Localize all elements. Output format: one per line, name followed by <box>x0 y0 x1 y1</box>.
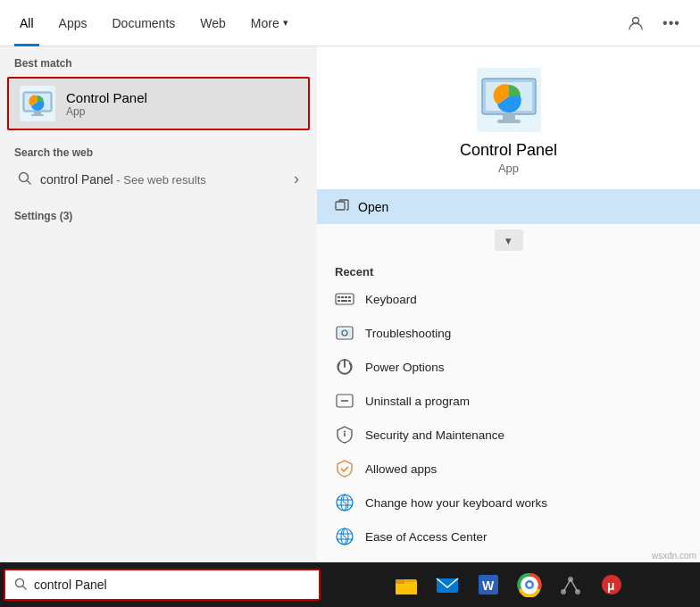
chevron-down-icon: ▾ <box>283 17 288 29</box>
open-icon <box>335 198 349 215</box>
recent-item-shield[interactable]: Allowed apps <box>317 452 700 486</box>
tab-bar: All Apps Documents Web More ▾ ••• <box>0 0 700 46</box>
svg-rect-6 <box>31 114 44 116</box>
taskbar-file-explorer[interactable] <box>388 566 425 603</box>
taskbar-chrome[interactable] <box>511 566 548 603</box>
recent-item-label: Allowed apps <box>365 462 437 476</box>
recent-section: Recent Keyboard Troubleshooting Power Op… <box>317 256 700 571</box>
open-label: Open <box>358 200 388 214</box>
app-header: Control Panel App <box>317 46 700 189</box>
svg-rect-17 <box>338 296 340 298</box>
svg-rect-20 <box>348 296 351 298</box>
recent-icon-uninstall <box>335 391 354 411</box>
web-search-keyword: control Panel <box>40 172 113 187</box>
recent-item-label: Uninstall a program <box>365 395 470 408</box>
recent-item-label: Security and Maintenance <box>365 428 504 442</box>
recent-item-uninstall[interactable]: Uninstall a program <box>317 384 700 418</box>
recent-icon-keyboard2 <box>335 493 354 512</box>
svg-line-46 <box>23 586 27 589</box>
tab-more-label: More <box>251 16 279 30</box>
recent-item-power[interactable]: Power Options <box>317 350 700 384</box>
chevron-right-icon: › <box>294 170 299 188</box>
taskbar-network[interactable] <box>552 566 589 603</box>
svg-point-32 <box>344 431 346 433</box>
content-area: Best match <box>0 46 700 571</box>
svg-rect-16 <box>336 294 354 304</box>
taskbar-search-icon <box>14 578 27 593</box>
taskbar: control Panel W <box>0 562 700 607</box>
recent-list: Keyboard Troubleshooting Power Options U… <box>317 282 700 571</box>
recent-item-troubleshoot[interactable]: Troubleshooting <box>317 316 700 350</box>
taskbar-apps: W <box>321 566 696 603</box>
recent-icon-shield <box>335 459 354 478</box>
recent-item-label: Power Options <box>365 361 445 374</box>
recent-title: Recent <box>317 260 700 282</box>
recent-item-label: Keyboard <box>365 293 417 306</box>
app-header-icon <box>477 68 541 132</box>
best-match-type: App <box>66 105 147 118</box>
search-web-section: Search the web control Panel - See web r… <box>0 132 317 203</box>
search-icon <box>18 171 31 187</box>
best-match-name: Control Panel <box>66 90 147 105</box>
web-search-suffix: - See web results <box>113 173 206 187</box>
control-panel-icon <box>20 86 55 121</box>
svg-line-61 <box>571 579 578 592</box>
expand-button[interactable]: ▾ <box>495 229 523 251</box>
expand-row: ▾ <box>317 224 700 256</box>
settings-title: Settings (3) <box>14 206 303 226</box>
taskbar-mail[interactable] <box>429 566 466 603</box>
taskbar-torrent[interactable]: μ <box>593 566 630 603</box>
recent-icon-troubleshoot <box>335 323 354 343</box>
settings-section: Settings (3) <box>0 203 317 233</box>
web-search-left: control Panel - See web results <box>18 171 206 187</box>
recent-item-label: Troubleshooting <box>365 327 451 340</box>
tab-web[interactable]: Web <box>188 0 238 46</box>
best-match-item[interactable]: Control Panel App <box>7 77 310 130</box>
svg-rect-15 <box>336 202 345 210</box>
tab-all[interactable]: All <box>7 0 46 46</box>
best-match-info: Control Panel App <box>66 90 147 118</box>
svg-text:W: W <box>482 578 495 593</box>
recent-icon-security <box>335 425 354 445</box>
chevron-down-icon: ▾ <box>505 234 512 247</box>
svg-text:μ: μ <box>607 578 615 593</box>
app-header-type: App <box>498 162 519 175</box>
tab-more[interactable]: More ▾ <box>238 0 301 46</box>
tab-documents[interactable]: Documents <box>99 0 188 46</box>
svg-rect-48 <box>396 582 417 595</box>
watermark: wsxdn.com <box>652 551 696 561</box>
svg-rect-14 <box>497 120 521 123</box>
person-icon[interactable] <box>621 9 650 37</box>
svg-point-56 <box>527 583 531 587</box>
svg-rect-5 <box>34 112 41 114</box>
svg-rect-49 <box>396 579 404 584</box>
taskbar-word[interactable]: W <box>470 566 507 603</box>
web-search-item[interactable]: control Panel - See web results › <box>14 162 303 195</box>
best-match-title: Best match <box>0 46 317 75</box>
taskbar-search-text: control Panel <box>34 578 107 592</box>
recent-item-ease[interactable]: Ease of Access Center <box>317 520 700 553</box>
svg-rect-19 <box>345 296 347 298</box>
svg-rect-13 <box>503 114 515 120</box>
web-search-text: control Panel - See web results <box>40 172 206 187</box>
recent-item-label: Ease of Access Center <box>365 530 488 544</box>
svg-line-60 <box>563 579 571 592</box>
search-window: All Apps Documents Web More ▾ ••• Best m <box>0 0 700 571</box>
svg-rect-23 <box>348 300 351 302</box>
svg-rect-21 <box>338 300 340 302</box>
recent-icon-keyboard <box>335 289 354 309</box>
tab-apps[interactable]: Apps <box>46 0 100 46</box>
svg-rect-18 <box>341 296 344 298</box>
recent-item-security[interactable]: Security and Maintenance <box>317 418 700 452</box>
recent-item-label: Change how your keyboard works <box>365 496 547 510</box>
recent-icon-ease <box>335 527 354 546</box>
app-header-name: Control Panel <box>460 141 557 160</box>
open-button[interactable]: Open <box>317 189 700 224</box>
recent-item-keyboard2[interactable]: Change how your keyboard works <box>317 486 700 520</box>
taskbar-search[interactable]: control Panel <box>4 569 321 601</box>
recent-icon-power <box>335 357 354 377</box>
more-options-icon[interactable]: ••• <box>657 9 686 37</box>
left-panel: Best match <box>0 46 317 571</box>
recent-item-keyboard[interactable]: Keyboard <box>317 282 700 316</box>
tab-action-icons: ••• <box>621 9 693 37</box>
